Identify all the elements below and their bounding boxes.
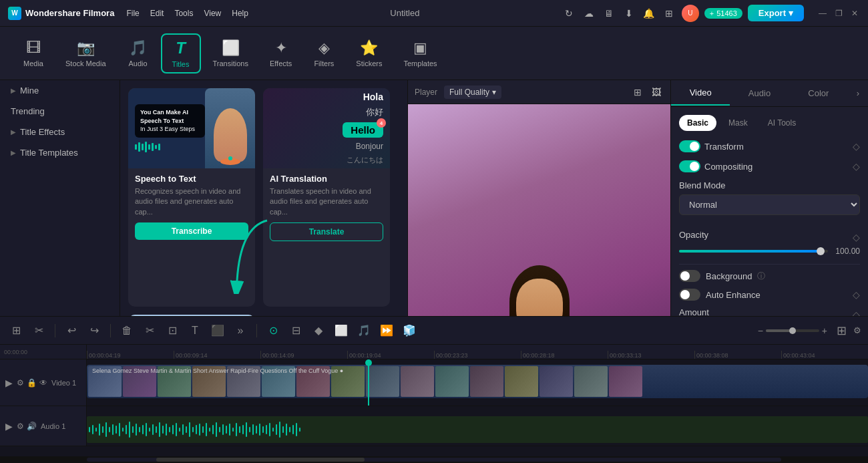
video-track-eye-icon[interactable]: 👁	[39, 378, 47, 388]
loop-button[interactable]: ⊙	[264, 321, 282, 340]
monitor-icon[interactable]: 🖥	[602, 6, 616, 21]
photo-icon[interactable]: 🖼	[649, 85, 664, 100]
panel-item-trending[interactable]: Trending	[0, 101, 120, 122]
menu-help[interactable]: Help	[232, 9, 248, 18]
tab-color[interactable]: Color	[789, 82, 848, 105]
minimize-button[interactable]: —	[817, 8, 828, 19]
apps-icon[interactable]: ⊞	[662, 6, 676, 21]
menu-file[interactable]: File	[126, 9, 139, 18]
subtab-ai-tools[interactable]: AI Tools	[760, 115, 804, 131]
compositing-toggle[interactable]	[679, 160, 700, 172]
tab-audio[interactable]: Audio	[730, 82, 789, 105]
titlebar: W Wondershare Filmora File Edit Tools Vi…	[0, 0, 868, 27]
import-icon[interactable]: ⬇	[622, 6, 636, 21]
menu-tools[interactable]: Tools	[174, 9, 193, 18]
card-speech-to-text[interactable]: You Can Make AI Speech To Text In Just 3…	[128, 88, 255, 307]
text-button[interactable]: T	[186, 321, 204, 340]
timeline-more-button[interactable]: ⊞	[837, 323, 847, 338]
tool-effects[interactable]: ✦ Effects	[260, 35, 301, 71]
ruler-mark-6: 00:00:28:18	[521, 351, 608, 359]
subtab-mask[interactable]: Mask	[720, 115, 756, 131]
quality-label: Full Quality	[449, 88, 489, 97]
split-audio-button[interactable]: ⊟	[286, 321, 305, 340]
more-icon[interactable]: »	[231, 321, 250, 340]
tool-templates[interactable]: ▣ Templates	[394, 35, 446, 71]
cut-button[interactable]: ✂	[140, 321, 159, 340]
delete-button[interactable]: 🗑	[118, 321, 136, 340]
video-track-row: ▶ ⚙ 🔒 👁 Video 1	[0, 359, 868, 406]
tool-audio[interactable]: 🎵 Audio	[118, 35, 158, 71]
scrollbar-thumb[interactable]	[156, 458, 365, 462]
video-track-play-icon[interactable]: ▶	[5, 377, 13, 388]
crop-button[interactable]: ⊡	[163, 321, 182, 340]
video-track-settings-icon[interactable]: ⚙	[17, 378, 24, 388]
export-button[interactable]: Export ▾	[748, 5, 804, 21]
audio-track-content[interactable]	[87, 406, 868, 446]
subtab-basic[interactable]: Basic	[679, 115, 716, 131]
speed-button[interactable]: ⏩	[377, 321, 396, 340]
cloud-icon[interactable]: ☁	[582, 6, 596, 21]
audio-track-play-icon[interactable]: ▶	[5, 421, 13, 432]
tool-stickers[interactable]: ⭐ Stickers	[347, 35, 391, 71]
tab-video[interactable]: Video	[671, 81, 730, 106]
transform-keyframe-icon[interactable]: ◇	[853, 141, 860, 152]
tool-media[interactable]: 🎞 Media	[13, 35, 53, 71]
color-button[interactable]: ⬛	[208, 321, 227, 340]
sync-icon[interactable]: ↻	[562, 6, 576, 21]
background-label: Background	[706, 271, 752, 281]
quality-select[interactable]: Full Quality ▾	[444, 86, 501, 99]
close-button[interactable]: ✕	[849, 8, 860, 19]
tool-stock-media[interactable]: 📷 Stock Media	[56, 35, 116, 71]
quick-split-icon[interactable]: ✂	[29, 321, 48, 340]
audio-track-mute-icon[interactable]: 🔊	[27, 422, 37, 431]
zoom-in-icon[interactable]: +	[822, 325, 827, 336]
transform-toggle[interactable]	[679, 140, 700, 152]
background-toggle[interactable]	[679, 270, 700, 282]
menu-view[interactable]: View	[204, 9, 221, 18]
video-track-lock-icon[interactable]: 🔒	[27, 378, 37, 388]
tool-transitions[interactable]: ⬜ Transitions	[204, 35, 258, 71]
audio-detach-button[interactable]: 🎵	[355, 321, 373, 340]
right-panel-more-icon[interactable]: ›	[848, 88, 868, 98]
zoom-slider[interactable]	[766, 329, 819, 332]
panel-item-mine[interactable]: ▶ Mine	[0, 80, 120, 101]
card-ai-translation[interactable]: Hola 你好 Hello 4 Bonjour こんにちは AI Transla…	[263, 88, 390, 307]
maximize-button[interactable]: ❐	[833, 8, 844, 19]
tool-titles[interactable]: T Titles	[161, 33, 201, 73]
keyframe-button[interactable]: ◆	[309, 321, 328, 340]
blend-mode-select[interactable]: Normal Dissolve Darken Multiply Screen O…	[679, 194, 860, 215]
auto-enhance-keyframe-icon[interactable]: ◇	[853, 289, 860, 300]
video-track-content[interactable]: Selena Gomez Steve Martin & Martin Short…	[87, 359, 868, 406]
timeline-scrollbar[interactable]	[0, 456, 868, 463]
notification-icon[interactable]: 🔔	[642, 6, 656, 21]
avatar[interactable]: U	[682, 5, 699, 22]
transcribe-button[interactable]: Transcribe	[135, 222, 248, 240]
translate-button[interactable]: Translate	[270, 222, 383, 241]
auto-enhance-toggle[interactable]	[679, 289, 700, 301]
zoom-thumb[interactable]	[789, 327, 796, 334]
audio-clip[interactable]	[87, 416, 868, 443]
opacity-thumb[interactable]	[817, 247, 825, 255]
grid-view-icon[interactable]: ⊞	[630, 85, 645, 100]
audio-track-settings-icon[interactable]: ⚙	[17, 422, 24, 431]
freeze-button[interactable]: 🧊	[400, 321, 419, 340]
redo-button[interactable]: ↪	[85, 321, 103, 340]
background-help-icon: ⓘ	[757, 271, 765, 282]
compositing-keyframe-icon[interactable]: ◇	[853, 161, 860, 172]
title-templates-arrow-icon: ▶	[11, 149, 16, 156]
settings-icon[interactable]: ⚙	[853, 325, 861, 335]
undo-button[interactable]: ↩	[62, 321, 81, 340]
transition-btn[interactable]: ⬜	[332, 321, 351, 340]
video-clip[interactable]: Selena Gomez Steve Martin & Martin Short…	[87, 365, 868, 398]
panel-item-title-templates[interactable]: ▶ Title Templates	[0, 142, 120, 163]
scrollbar-track[interactable]	[87, 458, 781, 462]
coins-button[interactable]: +51463	[704, 8, 742, 19]
clip-thumb-14	[539, 366, 573, 397]
panel-item-title-effects[interactable]: ▶ Title Effects	[0, 122, 120, 142]
opacity-slider[interactable]	[679, 250, 828, 253]
tool-filters[interactable]: ◈ Filters	[304, 35, 344, 71]
zoom-out-icon[interactable]: −	[758, 325, 763, 336]
opacity-keyframe-icon[interactable]: ◇	[853, 232, 860, 243]
menu-edit[interactable]: Edit	[150, 9, 164, 18]
scene-button[interactable]: ⊞	[7, 321, 25, 340]
